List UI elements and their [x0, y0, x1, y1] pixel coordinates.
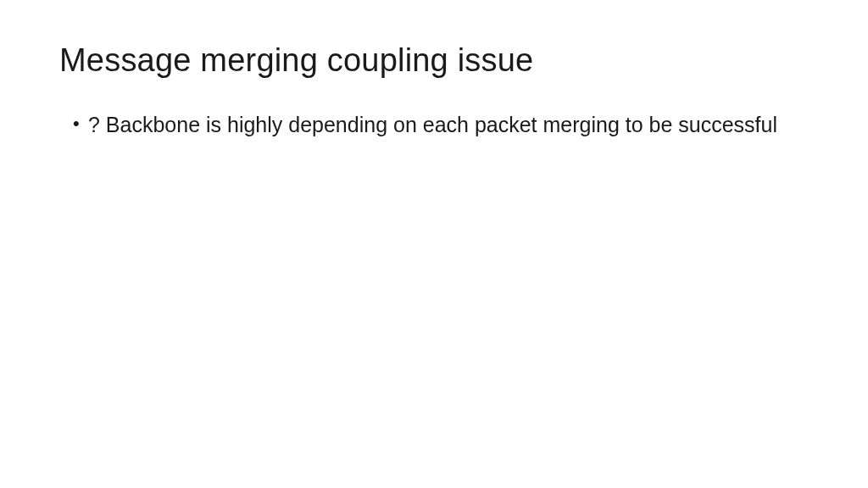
slide-title: Message merging coupling issue [59, 42, 809, 79]
bullet-item: • ? Backbone is highly depending on each… [73, 111, 809, 140]
bullet-text: ? Backbone is highly depending on each p… [88, 111, 809, 140]
bullet-marker: • [73, 111, 88, 137]
slide-content: • ? Backbone is highly depending on each… [59, 111, 809, 140]
slide-container: Message merging coupling issue • ? Backb… [0, 0, 868, 488]
